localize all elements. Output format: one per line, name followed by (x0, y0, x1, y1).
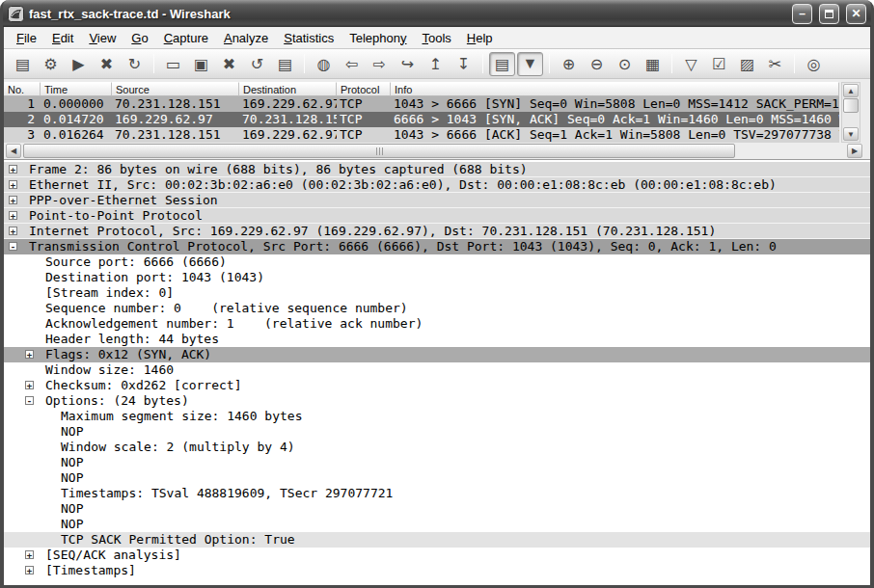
display-filter-button[interactable]: ☑ (706, 52, 732, 76)
menu-item-help[interactable]: Help (459, 28, 501, 48)
menu-item-telephony[interactable]: Telephony (341, 28, 414, 48)
expander-plus-icon[interactable]: + (25, 381, 34, 389)
menu-item-tools[interactable]: Tools (415, 28, 459, 48)
packet-row[interactable]: 30.01626470.231.128.151169.229.62.97TCP1… (4, 127, 839, 143)
expander-plus-icon[interactable]: + (25, 350, 34, 359)
detail-row[interactable]: +Checksum: 0xd262 [correct] (4, 378, 870, 393)
go-to-top-button[interactable]: ↥ (423, 52, 449, 76)
zoom-out-button[interactable]: ⊖ (584, 52, 610, 76)
minimize-button[interactable]: – (792, 4, 812, 24)
expander-plus-icon[interactable]: + (25, 550, 34, 559)
packet-list-hscrollbar[interactable]: ◀ ▶ (4, 143, 864, 159)
help-button[interactable]: ◎ (801, 52, 827, 76)
detail-row[interactable]: +PPP-over-Ethernet Session (4, 193, 870, 208)
column-header-source[interactable]: Source (112, 82, 239, 96)
detail-text: Frame 2: 86 bytes on wire (688 bits), 86… (29, 162, 528, 176)
preferences-button[interactable]: ✂ (762, 52, 788, 76)
save-file-button[interactable]: ▣ (188, 52, 214, 76)
close-button[interactable]: ✕ (846, 4, 866, 24)
detail-row[interactable]: -Transmission Control Protocol, Src Port… (4, 239, 870, 254)
column-header-destination[interactable]: Destination (239, 82, 337, 96)
detail-row[interactable]: Destination port: 1043 (1043) (4, 270, 870, 285)
packet-cell-no: 1 (4, 96, 41, 112)
find-packet-button[interactable]: ◍ (311, 52, 337, 76)
expander-plus-icon[interactable]: + (9, 211, 17, 220)
expander-plus-icon[interactable]: + (9, 196, 17, 204)
menu-item-file[interactable]: File (9, 28, 44, 48)
scroll-right-button[interactable]: ▶ (847, 144, 862, 158)
open-file-button[interactable]: ▭ (160, 52, 186, 76)
packet-row[interactable]: 20.014720169.229.62.9770.231.128.151TCP6… (4, 112, 839, 127)
detail-row[interactable]: -Options: (24 bytes) (4, 393, 870, 409)
scroll-left-icon: ◀ (11, 147, 16, 155)
go-to-bottom-button[interactable]: ↧ (451, 52, 477, 76)
auto-scroll-button[interactable]: ▼ (517, 52, 543, 76)
detail-row[interactable]: +Internet Protocol, Src: 169.229.62.97 (… (4, 224, 870, 239)
go-forward-button[interactable]: ⇨ (367, 52, 393, 76)
detail-row[interactable]: Timestamps: TSval 488819609, TSecr 29707… (4, 486, 870, 501)
vscroll-thumb[interactable] (843, 98, 859, 113)
detail-row[interactable]: Sequence number: 0 (relative sequence nu… (4, 301, 870, 316)
detail-row[interactable]: Header length: 44 bytes (4, 332, 870, 347)
column-header-info[interactable]: Info (391, 82, 839, 96)
expander-plus-icon[interactable]: + (9, 227, 17, 235)
hscroll-thumb[interactable] (23, 144, 735, 158)
scroll-left-button[interactable]: ◀ (6, 144, 21, 158)
detail-row[interactable]: Maximum segment size: 1460 bytes (4, 409, 870, 424)
scroll-up-button[interactable]: ▲ (843, 84, 859, 97)
zoom-normal-button[interactable]: ⊙ (612, 52, 638, 76)
capture-options-button[interactable]: ⚙ (38, 52, 64, 76)
go-to-packet-button[interactable]: ↪ (395, 52, 421, 76)
menu-item-capture[interactable]: Capture (156, 28, 216, 48)
resize-columns-button[interactable]: ▦ (640, 52, 666, 76)
expander-plus-icon[interactable]: + (25, 566, 34, 575)
detail-text: NOP (61, 501, 83, 516)
menu-item-statistics[interactable]: Statistics (276, 28, 341, 48)
detail-row[interactable]: +Ethernet II, Src: 00:02:3b:02:a6:e0 (00… (4, 177, 870, 193)
scroll-down-button[interactable]: ▼ (843, 127, 859, 141)
colorize-list-button[interactable]: ▤ (489, 52, 515, 76)
reload-file-button[interactable]: ↺ (244, 52, 270, 76)
detail-row[interactable]: Window scale: 2 (multiply by 4) (4, 440, 870, 455)
detail-row[interactable]: [Stream index: 0] (4, 285, 870, 301)
go-to-bottom-icon: ↧ (457, 55, 470, 73)
expander-plus-icon[interactable]: + (9, 165, 17, 174)
start-capture-button[interactable]: ▶ (66, 52, 92, 76)
detail-row[interactable]: Acknowledgement number: 1 (relative ack … (4, 316, 870, 332)
column-header-no[interactable]: No. (4, 82, 41, 96)
menu-item-analyze[interactable]: Analyze (216, 28, 276, 48)
list-interfaces-button[interactable]: ▤ (10, 52, 36, 76)
coloring-rules-button[interactable]: ▨ (734, 52, 760, 76)
detail-row[interactable]: NOP (4, 424, 870, 440)
detail-row[interactable]: +[SEQ/ACK analysis] (4, 548, 870, 563)
detail-row[interactable]: +Frame 2: 86 bytes on wire (688 bits), 8… (4, 162, 870, 177)
detail-row[interactable]: Source port: 6666 (6666) (4, 254, 870, 270)
detail-row[interactable]: Window size: 1460 (4, 362, 870, 378)
menu-item-go[interactable]: Go (123, 28, 155, 48)
detail-row[interactable]: NOP (4, 517, 870, 532)
menu-item-edit[interactable]: Edit (44, 28, 81, 48)
packet-list-vscrollbar[interactable]: ▲ ▼ (841, 82, 860, 143)
detail-row[interactable]: NOP (4, 455, 870, 470)
column-header-protocol[interactable]: Protocol (337, 82, 391, 96)
detail-row[interactable]: NOP (4, 501, 870, 517)
detail-row[interactable]: +[Timestamps] (4, 563, 870, 578)
expander-minus-icon[interactable]: - (25, 396, 34, 405)
expander-plus-icon[interactable]: + (9, 180, 17, 189)
menu-item-view[interactable]: View (81, 28, 123, 48)
detail-row[interactable]: TCP SACK Permitted Option: True (4, 532, 870, 548)
restart-capture-button[interactable]: ↻ (122, 52, 148, 76)
maximize-button[interactable] (819, 4, 839, 24)
close-file-button[interactable]: ✖ (216, 52, 242, 76)
detail-row[interactable]: +Flags: 0x12 (SYN, ACK) (4, 347, 870, 362)
print-button[interactable]: ▤ (272, 52, 298, 76)
expander-minus-icon[interactable]: - (9, 242, 17, 251)
capture-filter-button[interactable]: ▽ (678, 52, 704, 76)
zoom-in-button[interactable]: ⊕ (556, 52, 582, 76)
packet-row[interactable]: 10.00000070.231.128.151169.229.62.97TCP1… (4, 96, 839, 112)
column-header-time[interactable]: Time (41, 82, 112, 96)
stop-capture-button[interactable]: ✖ (94, 52, 120, 76)
detail-row[interactable]: +Point-to-Point Protocol (4, 208, 870, 224)
go-back-button[interactable]: ⇦ (339, 52, 365, 76)
detail-row[interactable]: NOP (4, 470, 870, 486)
